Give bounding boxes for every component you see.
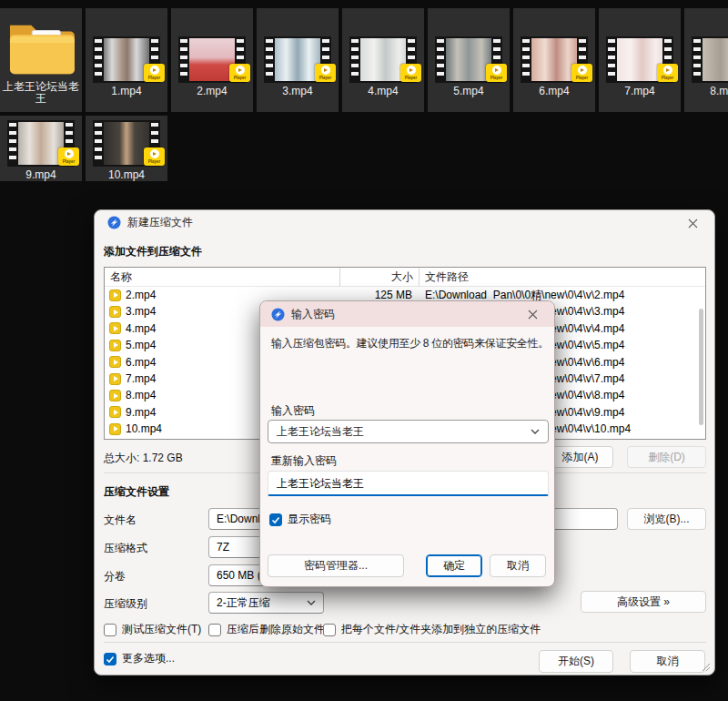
confirm-password-input[interactable]: 上老王论坛当老王 <box>268 471 549 496</box>
main-dialog-close-icon[interactable] <box>680 214 705 232</box>
column-header-size[interactable]: 大小 <box>340 268 420 286</box>
folder-icon <box>5 15 76 78</box>
video-thumbnail: Player <box>692 36 728 83</box>
password-dialog-titlebar: 输入密码 <box>260 301 554 327</box>
password-manager-button[interactable]: 密码管理器... <box>268 554 404 577</box>
play-icon <box>150 149 159 158</box>
confirm-password-label: 重新输入密码 <box>271 453 337 469</box>
filmstrip-sprockets-left <box>351 39 359 80</box>
desktop-video-file[interactable]: Player 8.mp4 <box>684 8 728 112</box>
filename-label: 文件名 <box>104 513 136 528</box>
desktop-video-file[interactable]: Player 10.mp4 <box>86 116 167 181</box>
video-file-label: 10.mp4 <box>88 169 165 181</box>
browse-button[interactable]: 浏览(B)... <box>627 508 706 530</box>
player-badge-label: Player <box>319 76 332 80</box>
checkbox-label: 压缩后删除原始文件 <box>227 622 325 637</box>
checkbox-label: 把每个文件/文件夹添加到独立的压缩文件 <box>341 622 541 637</box>
player-badge: Player <box>571 64 592 82</box>
checkbox-delete-originals[interactable]: 压缩后删除原始文件 <box>208 622 325 637</box>
file-name: 5.mp4 <box>126 337 156 353</box>
level-select[interactable]: 2-正常压缩 <box>208 592 324 614</box>
start-button[interactable]: 开始(S) <box>539 650 613 673</box>
desktop-video-file[interactable]: Player 4.mp4 <box>342 8 424 112</box>
desktop-video-file[interactable]: Player 5.mp4 <box>428 8 510 112</box>
archive-settings-section-title: 压缩文件设置 <box>104 484 169 500</box>
advanced-settings-button[interactable]: 高级设置 » <box>581 591 706 613</box>
player-badge: Player <box>58 147 79 166</box>
checkbox-show-password[interactable]: 显示密码 <box>269 512 331 527</box>
play-icon <box>65 149 74 158</box>
folder-label: 上老王论坛当老王 <box>3 81 79 105</box>
desktop-video-file[interactable]: Player 7.mp4 <box>599 8 681 112</box>
video-play-icon <box>109 322 121 334</box>
player-badge: Player <box>144 147 165 166</box>
password-dialog-title: 输入密码 <box>291 307 335 322</box>
cancel-button[interactable]: 取消 <box>630 650 705 673</box>
play-icon <box>578 66 587 75</box>
password-combobox[interactable]: 上老王论坛当老王 <box>268 420 549 443</box>
checkbox-more-options[interactable]: 更多选项... <box>104 651 175 666</box>
checkbox-separate-archives[interactable]: 把每个文件/文件夹添加到独立的压缩文件 <box>323 622 541 637</box>
video-file-label: 3.mp4 <box>259 86 336 97</box>
play-icon <box>321 66 330 75</box>
player-badge-label: Player <box>148 159 161 164</box>
checkbox-label: 更多选项... <box>122 651 175 666</box>
volume-label: 分卷 <box>104 569 126 584</box>
video-thumbnail: Player <box>349 36 417 83</box>
separator <box>104 642 706 643</box>
thumbnail-image <box>18 122 64 165</box>
checkbox-test-archive[interactable]: 测试压缩文件(T) <box>104 622 201 637</box>
desktop-folder[interactable]: 上老王论坛当老王 <box>0 8 82 112</box>
player-badge: Player <box>144 64 165 82</box>
player-badge: Player <box>315 64 336 82</box>
remove-button: 删除(D) <box>627 446 706 468</box>
desktop: 上老王论坛当老王 Player 1.mp4 <box>0 8 728 181</box>
video-file-label: 2.mp4 <box>174 86 250 97</box>
desktop-video-file[interactable]: Player 2.mp4 <box>171 8 253 112</box>
video-file-label: 1.mp4 <box>88 86 165 97</box>
filmstrip-sprockets-left <box>693 39 701 80</box>
thumbnail-image <box>275 38 320 81</box>
bandizip-icon <box>271 308 285 321</box>
chevron-down-icon <box>531 429 540 434</box>
video-play-icon <box>109 406 121 418</box>
player-badge-label: Player <box>405 76 418 80</box>
video-thumbnail: Player <box>93 36 160 83</box>
player-badge-label: Player <box>490 76 503 80</box>
play-icon <box>663 66 672 75</box>
thumbnail-image <box>104 122 149 165</box>
desktop-video-file[interactable]: Player 1.mp4 <box>86 8 167 112</box>
thumbnail-image <box>446 38 491 81</box>
filmstrip-sprockets-left <box>95 39 102 80</box>
play-icon <box>150 66 159 75</box>
password-cancel-button[interactable]: 取消 <box>490 554 546 577</box>
checkbox-unchecked-icon <box>323 624 336 636</box>
file-name: 4.mp4 <box>126 320 156 337</box>
player-badge: Player <box>229 64 250 82</box>
filmstrip-sprockets-left <box>522 39 530 80</box>
column-header-name[interactable]: 名称 <box>105 268 340 286</box>
desktop-video-file[interactable]: Player 6.mp4 <box>513 8 595 112</box>
checkbox-label: 测试压缩文件(T) <box>122 622 201 637</box>
filmstrip-sprockets-left <box>180 39 187 80</box>
ok-button[interactable]: 确定 <box>426 554 482 577</box>
bandizip-icon <box>107 216 121 229</box>
column-header-path[interactable]: 文件路径 <box>420 268 705 286</box>
video-play-icon <box>109 290 121 301</box>
password-dialog-close-icon[interactable] <box>520 305 545 323</box>
add-button[interactable]: 添加(A) <box>547 446 613 468</box>
password-hint-text: 输入压缩包密码。建议使用至少 8 位的密码来保证安全性。 <box>271 336 549 351</box>
list-scrollbar[interactable] <box>699 309 703 425</box>
video-thumbnail: Player <box>521 36 588 83</box>
filmstrip-sprockets-left <box>437 39 444 80</box>
video-play-icon <box>109 390 121 401</box>
player-badge: Player <box>400 64 421 82</box>
desktop-video-file[interactable]: Player 3.mp4 <box>257 8 339 112</box>
video-thumbnail: Player <box>435 36 502 83</box>
file-name: 3.mp4 <box>126 303 156 320</box>
file-name: 10.mp4 <box>126 421 162 437</box>
file-name: 2.mp4 <box>126 287 156 303</box>
checkbox-checked-icon <box>269 513 282 526</box>
video-file-label: 4.mp4 <box>345 86 421 97</box>
desktop-video-file[interactable]: Player 9.mp4 <box>0 116 82 181</box>
